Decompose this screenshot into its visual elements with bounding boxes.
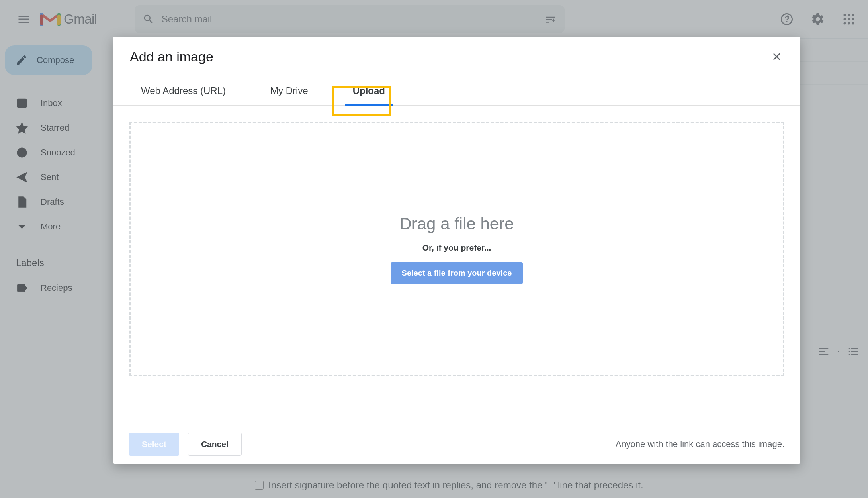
cancel-button[interactable]: Cancel xyxy=(188,433,242,456)
upload-dropzone[interactable]: Drag a file here Or, if you prefer... Se… xyxy=(129,122,784,376)
dropzone-subtitle: Or, if you prefer... xyxy=(422,243,491,253)
close-icon: ✕ xyxy=(772,50,782,64)
tab-my-drive[interactable]: My Drive xyxy=(259,80,319,105)
select-file-button[interactable]: Select a file from your device xyxy=(391,262,523,284)
add-image-dialog: Add an image ✕ Web Address (URL) My Driv… xyxy=(113,37,800,464)
dialog-tabs: Web Address (URL) My Drive Upload xyxy=(113,65,800,106)
tab-upload[interactable]: Upload xyxy=(342,80,396,105)
dialog-footer: Select Cancel Anyone with the link can a… xyxy=(113,424,800,464)
footer-note: Anyone with the link can access this ima… xyxy=(616,439,784,449)
tab-web-address[interactable]: Web Address (URL) xyxy=(130,80,237,105)
cancel-button-label: Cancel xyxy=(201,439,229,449)
dialog-title: Add an image xyxy=(130,49,213,65)
tab-label: Upload xyxy=(353,85,385,96)
select-button[interactable]: Select xyxy=(129,433,179,456)
select-file-button-label: Select a file from your device xyxy=(402,269,512,277)
dropzone-title: Drag a file here xyxy=(399,214,514,233)
tab-label: My Drive xyxy=(270,85,308,96)
select-button-label: Select xyxy=(142,439,166,449)
dialog-close-button[interactable]: ✕ xyxy=(768,49,784,65)
tab-label: Web Address (URL) xyxy=(141,85,226,96)
